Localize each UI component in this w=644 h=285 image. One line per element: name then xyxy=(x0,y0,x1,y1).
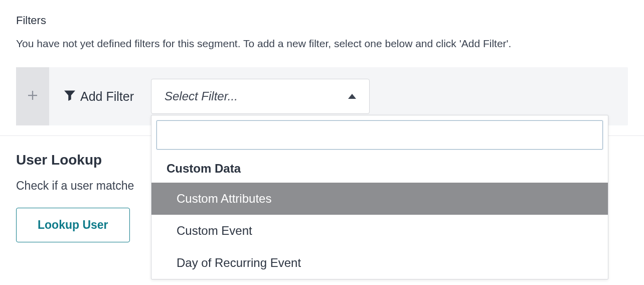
filter-bar: Add Filter Select Filter... Custom Data … xyxy=(16,67,628,125)
filter-search-wrap xyxy=(156,120,603,150)
filters-description: You have not yet defined filters for thi… xyxy=(16,36,628,51)
filter-select[interactable]: Select Filter... xyxy=(151,79,370,114)
add-filter-label-wrap: Add Filter xyxy=(49,89,149,104)
filter-dropdown: Custom Data Custom AttributesCustom Even… xyxy=(151,115,608,279)
filter-select-placeholder: Select Filter... xyxy=(165,89,238,103)
dropdown-item[interactable]: Custom Attributes xyxy=(151,183,608,215)
add-filter-label: Add Filter xyxy=(80,89,134,104)
plus-icon xyxy=(28,91,37,102)
lookup-user-button[interactable]: Lookup User xyxy=(16,208,130,242)
filter-search-input[interactable] xyxy=(163,121,596,149)
funnel-icon xyxy=(64,89,75,104)
dropdown-item[interactable]: Day of Recurring Event xyxy=(151,247,608,279)
caret-up-icon xyxy=(348,94,356,99)
dropdown-item[interactable]: Custom Event xyxy=(151,215,608,247)
filters-heading: Filters xyxy=(16,14,628,27)
plus-icon-box xyxy=(16,67,49,125)
dropdown-group-label: Custom Data xyxy=(151,155,608,183)
